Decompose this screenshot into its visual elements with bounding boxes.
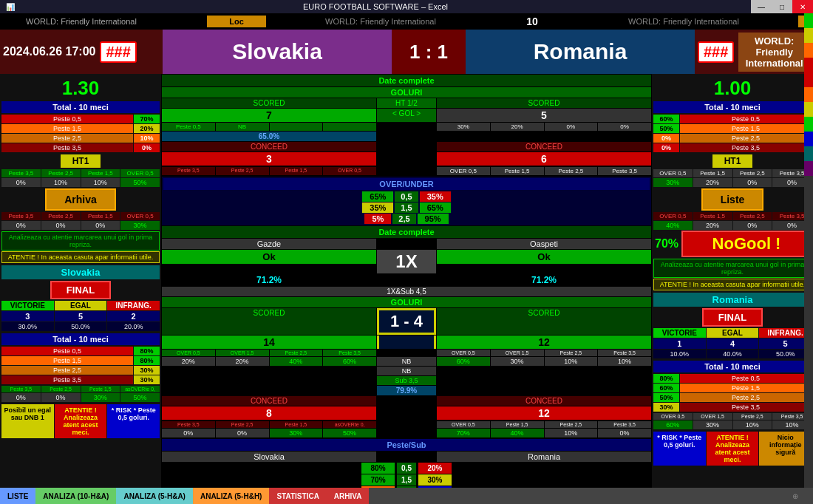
e-val: 5 xyxy=(55,311,107,321)
title-bar-text: EURO FOOTBALL SOFTWARE – Excel xyxy=(0,2,751,11)
right-final-badge: FINAL xyxy=(702,308,763,327)
scored3-l: SCORED xyxy=(162,308,376,335)
score-result: 1 - 4 xyxy=(377,308,436,335)
right-info1: Analizeaza cu atentie marcarea unui gol … xyxy=(653,259,812,278)
tab-analiza5ha[interactable]: ANALIZA (5-H&A) xyxy=(116,488,193,504)
ch2: Peste 2,5 xyxy=(41,212,81,220)
bar-peste05-val: 70% xyxy=(134,115,160,123)
right-ht1-badge: HT1 xyxy=(712,154,753,168)
risk-box: * RISK * Peste 0,5 goluri. xyxy=(107,404,160,438)
right-team-label: Romania xyxy=(653,293,812,307)
bar-peste05-label: Peste 0,5 xyxy=(1,115,133,123)
ok-left: Ok xyxy=(162,250,376,264)
left-info2: ATENTIE ! In aceasta casuta apar informa… xyxy=(1,251,160,263)
onex-label: 1X xyxy=(377,250,436,273)
left-info1: Analizeaza cu atentie marcarea unui gol … xyxy=(1,231,160,251)
tab-analiza10[interactable]: ANALIZA (10-H&A) xyxy=(35,488,116,504)
victorie-header: VICTORIE xyxy=(1,301,54,310)
center-header: WORLD: Friendly International xyxy=(266,17,495,26)
gol-label: < GOL > xyxy=(377,109,436,122)
sv4: 50% xyxy=(120,178,160,187)
i-val: 2 xyxy=(107,311,160,321)
sv2: 10% xyxy=(41,178,81,187)
minimize-button[interactable]: — xyxy=(751,0,772,13)
tab-statistica[interactable]: STATISTICA xyxy=(269,488,326,504)
over-under-header: OVER/UNDER xyxy=(163,178,650,190)
team-left-name: Slovakia xyxy=(232,39,322,64)
close-button[interactable]: ✕ xyxy=(792,0,813,13)
val-conceed-l: 3 xyxy=(162,152,376,166)
cv3: 0% xyxy=(81,221,120,230)
pct-right: 71.2% xyxy=(437,274,651,286)
bar-peste15-label: Peste 1,5 xyxy=(1,124,133,133)
excel-icon: 📊 xyxy=(6,3,15,11)
loc-badge-right: ### xyxy=(698,41,734,63)
bar-peste25-label: Peste 2,5 xyxy=(1,134,133,143)
val-conceed-r: 6 xyxy=(437,152,651,166)
conceed2-l: CONCEED xyxy=(162,396,376,406)
team-right-name: Romania xyxy=(534,39,627,64)
center-number: 10 xyxy=(495,16,569,27)
val-scored3-l: 14 xyxy=(162,336,376,349)
conceed-label-r: CONCEED xyxy=(437,142,651,151)
scored3-r: SCORED xyxy=(437,308,651,335)
pct-70: 70% xyxy=(653,236,680,252)
goluri-header: GOLURI xyxy=(162,87,651,98)
sh1: Peste 3,5 xyxy=(1,169,41,177)
right-info2: ATENTIE ! In aceasta casuta apar informa… xyxy=(653,279,812,290)
pct-799: 79.9% xyxy=(377,386,436,395)
right-victorie-header: VICTORIE xyxy=(653,328,706,338)
conceed2-r: CONCEED xyxy=(437,396,651,406)
i-pct: 20.0% xyxy=(107,322,160,331)
val-scored3-r: 12 xyxy=(437,336,651,349)
right-e-pct: 40.0% xyxy=(707,350,759,358)
goluri2: GOLURI xyxy=(162,297,651,307)
right-risk-box: * RISK * Peste 0,5 goluri. xyxy=(653,432,706,466)
left-competition: WORLD: Friendly International xyxy=(0,17,163,26)
bar-peste25-val: 10% xyxy=(134,134,160,143)
right-v-pct: 10.0% xyxy=(653,350,706,358)
e-pct: 50.0% xyxy=(55,322,107,331)
egal-header: EGAL xyxy=(55,301,107,310)
atentie-box: ATENTIE ! Analizeaza atent acest meci. xyxy=(55,404,107,438)
right-odds: 1.00 xyxy=(653,75,812,101)
cv2: 0% xyxy=(41,221,81,230)
left-odds: 1.30 xyxy=(1,75,160,101)
ch4: OVER 0,5 xyxy=(120,212,160,220)
bar-peste35-label: Peste 3,5 xyxy=(1,143,133,152)
posibil-box: Posibil un egal sau DNB 1 xyxy=(1,404,54,438)
no-gool: NoGool ! xyxy=(681,231,812,257)
right-header: WORLD: Friendly International xyxy=(569,17,798,26)
gazde-label: Gazde xyxy=(162,239,376,249)
tab-arhiva[interactable]: ARHIVA xyxy=(327,488,370,504)
sh3: Peste 1,5 xyxy=(81,169,120,177)
liste-button[interactable]: Liste xyxy=(701,188,764,211)
peste-sub-header: Peste/Sub xyxy=(162,439,651,451)
left-total-meci2: Total - 10 meci xyxy=(1,333,160,345)
pct-65: 65.0% xyxy=(162,132,376,141)
onex-sub: 1X&Sub 4,5 xyxy=(162,287,651,296)
arhiva-button[interactable]: Arhiva xyxy=(45,188,116,211)
scored-label-r: SCORED xyxy=(437,98,651,108)
conceed-label-l: CONCEED xyxy=(162,142,376,151)
sh4: OVER 0,5 xyxy=(120,169,160,177)
right-total-meci2: Total - 10 meci xyxy=(653,361,812,372)
date-complete2: Date complete xyxy=(162,226,651,238)
left-ht1-badge: HT1 xyxy=(61,154,101,168)
ok-right: Ok xyxy=(437,250,651,264)
tab-analiza5hh[interactable]: ANALIZA (5-H&H) xyxy=(193,488,270,504)
tab-liste[interactable]: LISTE xyxy=(0,488,35,504)
ch1: Peste 3,5 xyxy=(1,212,41,220)
v-val: 3 xyxy=(1,311,54,321)
sh2: Peste 2,5 xyxy=(41,169,81,177)
val-conceed2-l: 8 xyxy=(162,406,376,420)
right-egal-header: EGAL xyxy=(707,328,759,338)
match-score: 1 : 1 xyxy=(409,41,448,64)
right-e-val: 4 xyxy=(707,338,759,349)
bar-peste15-val: 20% xyxy=(134,124,160,133)
infrang-header: INFRANG. xyxy=(107,301,160,310)
right-v-val: 1 xyxy=(653,338,706,349)
date-complete-header: Date complete xyxy=(162,75,651,86)
maximize-button[interactable]: □ xyxy=(772,0,792,13)
match-datetime: 2024.06.26 17:00 xyxy=(3,45,95,58)
